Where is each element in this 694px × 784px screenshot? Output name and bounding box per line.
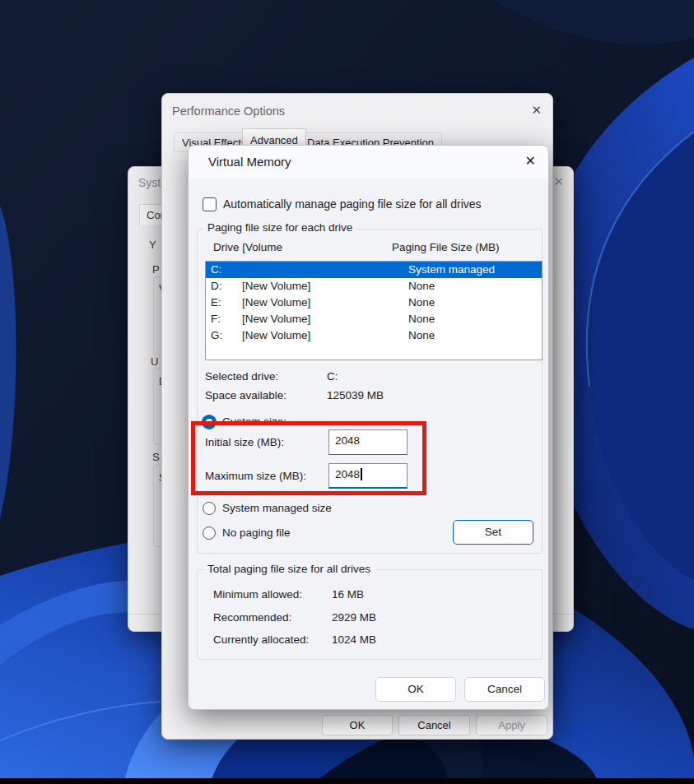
- close-icon[interactable]: ✕: [525, 155, 536, 168]
- sysprops-text-fragment: S: [152, 451, 160, 463]
- perf-cancel-button[interactable]: Cancel: [398, 715, 470, 735]
- vm-ok-button[interactable]: OK: [375, 677, 456, 702]
- drive-row-e[interactable]: E: [New Volume] None: [206, 295, 542, 311]
- system-managed-label: System managed size: [222, 502, 332, 514]
- perf-apply-button: Apply: [476, 715, 547, 735]
- no-paging-file-radio[interactable]: [203, 527, 216, 540]
- auto-manage-checkbox[interactable]: [203, 197, 217, 211]
- perf-ok-button[interactable]: OK: [322, 715, 393, 735]
- set-button[interactable]: Set: [453, 520, 533, 545]
- drive-row-g[interactable]: G: [New Volume] None: [206, 327, 542, 344]
- recommended-label: Recommended:: [213, 611, 291, 624]
- sysprops-text-fragment: Y: [149, 239, 156, 251]
- column-header-size: Paging File Size (MB): [392, 241, 500, 253]
- close-icon[interactable]: ✕: [531, 104, 542, 116]
- paging-file-group-label: Paging file size for each drive: [203, 221, 356, 234]
- drive-row-d[interactable]: D: [New Volume] None: [206, 278, 542, 295]
- column-header-drive: Drive [Volume: [213, 241, 282, 253]
- minimum-allowed-label: Minimum allowed:: [213, 588, 302, 601]
- no-paging-file-label: No paging file: [222, 527, 291, 539]
- virtual-memory-title: Virtual Memory: [208, 155, 291, 169]
- performance-options-title: Performance Options: [172, 104, 285, 118]
- drive-listbox[interactable]: C: System managed D: [New Volume] None E…: [205, 261, 543, 360]
- recommended-value: 2929 MB: [332, 611, 376, 624]
- drive-row-f[interactable]: F: [New Volume] None: [206, 311, 542, 327]
- minimum-allowed-value: 16 MB: [332, 588, 364, 601]
- space-available-value: 125039 MB: [327, 389, 384, 401]
- close-icon[interactable]: ✕: [553, 175, 564, 188]
- annotation-rectangle: [191, 421, 426, 495]
- drive-row-c[interactable]: C: System managed: [206, 262, 542, 278]
- total-paging-group-label: Total paging file size for all drives: [203, 563, 375, 575]
- system-managed-radio[interactable]: [203, 502, 216, 515]
- selected-drive-value: C:: [327, 370, 338, 383]
- auto-manage-label: Automatically manage paging file size fo…: [223, 197, 482, 211]
- sysprops-text-fragment: U: [151, 355, 158, 368]
- currently-allocated-value: 1024 MB: [332, 633, 376, 646]
- vm-cancel-button[interactable]: Cancel: [464, 677, 545, 702]
- currently-allocated-label: Currently allocated:: [213, 633, 309, 646]
- sysprops-text-fragment: P: [152, 263, 160, 276]
- space-available-label: Space available:: [205, 389, 286, 401]
- selected-drive-label: Selected drive:: [205, 370, 278, 383]
